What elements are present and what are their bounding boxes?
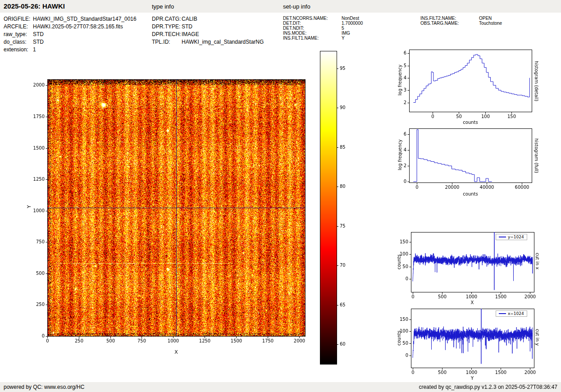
meta-value: HAWKI.2025-05-27T07:58:25.165.fits bbox=[33, 23, 123, 30]
meta-value: 5 bbox=[342, 26, 344, 31]
meta-value: 1 bbox=[33, 46, 36, 53]
meta-label: do_class: bbox=[4, 39, 33, 45]
meta-row-filt1: INS.FILT1.NAME: Y bbox=[283, 36, 363, 41]
raw-detector-image-plot bbox=[27, 63, 324, 360]
meta-value: Touchstone bbox=[479, 21, 502, 26]
meta-value: IMAGE bbox=[182, 31, 199, 37]
meta-value: OPEN bbox=[479, 16, 492, 21]
meta-label: DET.DIT: bbox=[283, 21, 342, 26]
meta-label: INS.FILT2.NAME: bbox=[420, 16, 479, 21]
hist-full-right-caption: histogram (full) bbox=[534, 138, 539, 173]
meta-label: ORIGFILE: bbox=[4, 16, 33, 22]
cut-x-x-axis-label: X bbox=[471, 300, 474, 305]
hist-full-y-axis-label: log frequency bbox=[397, 139, 402, 170]
meta-row-filt2: INS.FILT2.NAME: OPEN bbox=[420, 16, 502, 21]
hist-detail-y-axis-label: log frequency bbox=[397, 64, 402, 96]
meta-value: STD bbox=[182, 23, 192, 30]
header-bar bbox=[0, 0, 561, 13]
histogram-detail-plot bbox=[384, 44, 540, 125]
meta-row-ins-mode: INS.MODE: IMG bbox=[283, 31, 363, 36]
page-title: 2025-05-26: HAWKI bbox=[4, 2, 65, 10]
meta-label: OBS.TARG.NAME: bbox=[420, 21, 479, 26]
setup-info-block-1: DET.NCORRS.NAME: NonDest DET.DIT: 1.7000… bbox=[283, 16, 363, 41]
meta-row-dit: DET.DIT: 1.7000000 bbox=[283, 21, 363, 26]
meta-row-ncorrs: DET.NCORRS.NAME: NonDest bbox=[283, 16, 363, 21]
colorbar bbox=[317, 47, 366, 369]
cut-y-legend: x=1024 bbox=[496, 310, 527, 317]
hist-detail-x-axis-label: counts bbox=[463, 120, 478, 125]
meta-value: STD bbox=[33, 31, 44, 37]
setup-info-header: set-up info bbox=[283, 3, 310, 10]
type-info-header: type info bbox=[152, 3, 174, 10]
legend-line-sample bbox=[499, 237, 506, 237]
histogram-full-plot bbox=[384, 123, 540, 204]
meta-value: Y bbox=[342, 36, 345, 41]
cut-x-legend: y=1024 bbox=[496, 234, 527, 240]
meta-label: extension: bbox=[4, 46, 33, 53]
meta-label: DPR.TYPE: bbox=[152, 23, 182, 30]
meta-row-dpr-catg: DPR.CATG: CALIB bbox=[152, 15, 264, 23]
meta-label: INS.MODE: bbox=[283, 31, 342, 36]
qc-report-page: 2025-05-26: HAWKI type info set-up info … bbox=[0, 0, 561, 392]
meta-value: 1.7000000 bbox=[342, 21, 363, 26]
meta-row-targ-name: OBS.TARG.NAME: Touchstone bbox=[420, 21, 502, 26]
meta-value: HAWKI_IMG_STD_StandardStar147_0016 bbox=[33, 16, 137, 22]
image-y-axis-label: Y bbox=[26, 205, 32, 208]
cut-x-legend-label: y=1024 bbox=[508, 235, 524, 239]
meta-label: DET.NDIT: bbox=[283, 26, 342, 31]
cut-y-legend-label: x=1024 bbox=[508, 311, 524, 316]
setup-info-block-2: INS.FILT2.NAME: OPEN OBS.TARG.NAME: Touc… bbox=[420, 16, 502, 26]
meta-value: IMG bbox=[342, 31, 350, 36]
meta-value: NonDest bbox=[342, 16, 359, 21]
hist-detail-right-caption: histogram (detail) bbox=[534, 61, 539, 101]
image-x-axis-label: X bbox=[174, 349, 178, 355]
cut-y-right-caption: cut in y bbox=[535, 329, 540, 346]
meta-label: INS.FILT1.NAME: bbox=[283, 36, 342, 41]
meta-label: DPR.CATG: bbox=[152, 16, 182, 22]
meta-value: CALIB bbox=[182, 16, 197, 22]
type-info-block: DPR.CATG: CALIB DPR.TYPE: STD DPR.TECH: … bbox=[152, 15, 264, 46]
meta-row-extension: extension: 1 bbox=[4, 46, 137, 53]
meta-value: STD bbox=[33, 39, 44, 45]
cut-y-y-axis-label: counts bbox=[397, 331, 401, 346]
meta-label: DPR.TECH: bbox=[152, 31, 182, 37]
cut-x-right-caption: cut in x bbox=[535, 253, 540, 269]
meta-row-raw-type: raw_type: STD bbox=[4, 30, 137, 38]
footer-left-text: powered by QC: www.eso.org/HC bbox=[4, 384, 84, 390]
meta-label: ARCFILE: bbox=[4, 23, 33, 30]
meta-row-dpr-type: DPR.TYPE: STD bbox=[152, 23, 264, 30]
footer-right-text: created by qc_rawdisp.py v1.2.3 on 2025-… bbox=[419, 384, 557, 390]
meta-row-dpr-tech: DPR.TECH: IMAGE bbox=[152, 30, 264, 38]
hist-full-x-axis-label: counts bbox=[463, 191, 478, 196]
meta-row-arcfile: ARCFILE: HAWKI.2025-05-27T07:58:25.165.f… bbox=[4, 23, 137, 30]
legend-line-sample bbox=[499, 313, 506, 314]
meta-label: TPL.ID: bbox=[152, 39, 182, 45]
meta-row-do-class: do_class: STD bbox=[4, 38, 137, 46]
cut-x-y-axis-label: counts bbox=[397, 255, 401, 269]
meta-row-tpl-id: TPL.ID: HAWKI_img_cal_StandardStarNG bbox=[152, 38, 264, 46]
meta-label: DET.NCORRS.NAME: bbox=[283, 16, 342, 21]
meta-row-ndit: DET.NDIT: 5 bbox=[283, 26, 363, 31]
meta-label: raw_type: bbox=[4, 31, 33, 37]
meta-row-origfile: ORIGFILE: HAWKI_IMG_STD_StandardStar147_… bbox=[4, 15, 137, 23]
cut-y-x-axis-label: Y bbox=[471, 376, 474, 381]
file-info-block: ORIGFILE: HAWKI_IMG_STD_StandardStar147_… bbox=[4, 15, 137, 53]
meta-value: HAWKI_img_cal_StandardStarNG bbox=[182, 39, 264, 45]
